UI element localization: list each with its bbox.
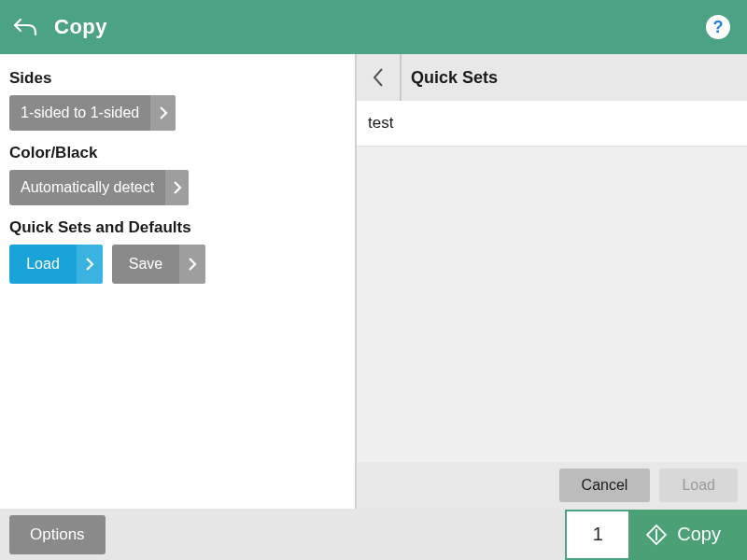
- back-icon[interactable]: [13, 16, 39, 38]
- chevron-right-icon: [179, 245, 205, 284]
- help-button[interactable]: ?: [706, 15, 730, 39]
- copy-button-label: Copy: [677, 524, 721, 545]
- quick-sets-defaults-label: Quick Sets and Defaults: [9, 218, 345, 237]
- panel-title: Quick Sets: [411, 68, 498, 88]
- color-black-label: Color/Black: [9, 144, 345, 162]
- load-label: Load: [9, 256, 77, 273]
- load-quickset-button[interactable]: Load: [9, 245, 103, 284]
- options-button[interactable]: Options: [9, 515, 106, 554]
- sides-value: 1-sided to 1-sided: [9, 105, 150, 121]
- color-black-selector[interactable]: Automatically detect: [9, 170, 189, 205]
- copies-input[interactable]: 1: [565, 510, 628, 560]
- chevron-right-icon: [77, 245, 103, 284]
- chevron-right-icon: [150, 95, 176, 131]
- sides-selector[interactable]: 1-sided to 1-sided: [9, 95, 176, 131]
- page-title: Copy: [54, 15, 107, 39]
- panel-back-button[interactable]: [357, 54, 402, 101]
- help-icon: ?: [713, 18, 724, 37]
- quick-sets-panel: Quick Sets test Cancel Load: [355, 54, 747, 509]
- bottom-bar: Options 1 Copy: [0, 509, 747, 560]
- sides-label: Sides: [9, 69, 345, 88]
- save-quickset-button[interactable]: Save: [112, 245, 205, 284]
- list-item[interactable]: test: [357, 101, 747, 147]
- chevron-right-icon: [165, 170, 189, 205]
- load-button-disabled: Load: [659, 469, 738, 502]
- quick-sets-list: test: [355, 101, 747, 462]
- save-label: Save: [112, 256, 179, 273]
- color-black-value: Automatically detect: [9, 179, 165, 196]
- settings-panel: Sides 1-sided to 1-sided Color/Black Aut…: [0, 54, 355, 509]
- copy-button[interactable]: Copy: [628, 510, 747, 560]
- copy-diamond-icon: [645, 524, 668, 546]
- cancel-button[interactable]: Cancel: [559, 469, 651, 502]
